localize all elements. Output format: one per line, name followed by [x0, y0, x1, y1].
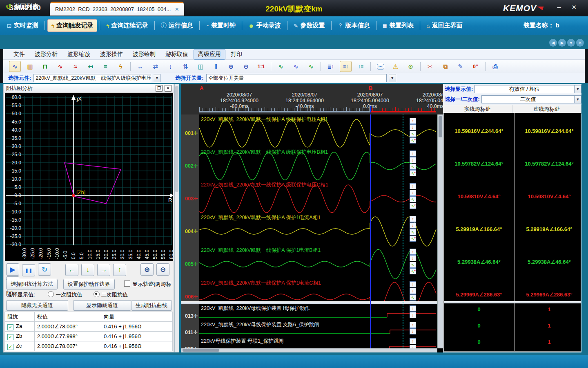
solid-cursor-line[interactable]	[370, 114, 371, 348]
scissors-icon[interactable]: ✂	[424, 61, 436, 72]
prev-wave-icon[interactable]: ∿	[410, 262, 416, 268]
minimize-button[interactable]: –	[557, 3, 561, 11]
generate-curve-button[interactable]: 生成阻抗曲线	[131, 300, 172, 311]
secondary-impedance-radio[interactable]	[94, 291, 100, 297]
warning-icon[interactable]: ⚠	[390, 61, 401, 72]
shrink-horizontal-icon[interactable]: ⇄	[149, 61, 161, 72]
left-scrollbar-thumb[interactable]	[175, 86, 178, 192]
prev-wave-icon[interactable]: ∿	[410, 294, 416, 301]
menubar-item-4[interactable]: ⓘ运行信息	[157, 20, 197, 31]
scale-down-icon[interactable]: ↓	[410, 124, 416, 130]
menu-5[interactable]: 波形绘制	[128, 49, 160, 60]
vertical-scrollbar-thumb[interactable]	[439, 116, 442, 137]
scale-down-icon[interactable]: ↓	[410, 157, 416, 163]
calc-method-button[interactable]: 选择阻抗计算方法	[6, 279, 58, 289]
menu-2[interactable]: 波形分析	[30, 49, 62, 60]
move-left-button[interactable]: ←	[65, 264, 78, 276]
shrink-vertical-icon[interactable]: ⇅	[180, 61, 192, 72]
scale-up-icon[interactable]: ↑	[410, 322, 416, 328]
record-tab[interactable]: RM2202_RCD_22303_20200807_182405_004... …	[50, 2, 184, 16]
nav-left-icon[interactable]: ◀	[549, 39, 557, 47]
move-right-button[interactable]: →	[97, 264, 110, 276]
menubar-item-9[interactable]: ≣装置列表	[379, 20, 418, 31]
next-wave-icon[interactable]: ∿▾	[410, 170, 416, 176]
prev-wave-icon[interactable]: ∿	[410, 131, 416, 137]
tab-close-icon[interactable]: ✕	[175, 7, 179, 12]
left-panel-scrollbar[interactable]	[174, 84, 179, 352]
primary-impedance-radio[interactable]	[48, 291, 54, 297]
element-select[interactable]: 220kV_凯默线_220kV凯默一线保护A 级联保护电压; 220kV_凯默.…	[33, 74, 151, 82]
one-to-one-icon[interactable]: 1:1	[255, 61, 267, 72]
play-button[interactable]: ▶	[6, 263, 19, 276]
menubar-item-6[interactable]: ☻手动录波	[245, 20, 285, 31]
comment-icon[interactable]: ⋯	[374, 61, 386, 72]
scale-up-icon[interactable]: ↑	[410, 150, 416, 157]
scale-down-icon[interactable]: ↓	[410, 255, 416, 261]
sort-amplitude-icon[interactable]: ≣↑	[325, 61, 336, 72]
histogram-icon[interactable]: ▥	[24, 61, 36, 72]
switch-select[interactable]: 全部变位开关量	[206, 74, 387, 82]
wave-display-icon[interactable]: ∿	[9, 61, 21, 72]
menubar-item-7[interactable]: ✎参数设置	[290, 20, 329, 31]
pause-button[interactable]: ❚❚	[22, 264, 35, 276]
square-wave-icon[interactable]: ⊓	[39, 61, 51, 72]
wave-options-icon[interactable]: ≡	[100, 61, 111, 72]
rp-secondary-select[interactable]: 二次值	[481, 95, 575, 103]
menu-3[interactable]: 波形缩放	[63, 49, 95, 60]
next-wave-icon[interactable]: ∿▾	[410, 137, 416, 144]
menubar-item-3[interactable]: ϟ查询连续记录	[102, 20, 151, 31]
menubar-item-8[interactable]: ？版本信息	[334, 20, 374, 31]
scale-down-icon[interactable]: ↓	[410, 190, 416, 196]
next-wave-icon[interactable]: ∿▾	[410, 203, 416, 209]
channel-checkbox[interactable]: ✓	[7, 344, 13, 350]
zoom-out-button[interactable]: ⊖	[156, 263, 169, 276]
nav-right-icon[interactable]: ▶	[558, 39, 566, 47]
menu-4[interactable]: 波形操作	[96, 49, 127, 60]
move-up-button[interactable]: ↑	[113, 264, 126, 276]
action-boundary-button[interactable]: 设置保护动作边界	[63, 279, 115, 289]
show-track-checkbox[interactable]	[124, 280, 130, 287]
horizontal-scrollbar-thumb[interactable]	[183, 349, 219, 352]
expand-vertical-icon[interactable]: ↕	[165, 61, 176, 72]
hide-channels-button[interactable]: 隐藏无关通道	[6, 300, 68, 311]
scale-up-icon[interactable]: ↑	[410, 338, 416, 344]
scale-down-icon[interactable]: ↓	[410, 345, 416, 348]
dashed-cursor-line[interactable]	[403, 114, 403, 348]
scale-down-icon[interactable]: ↓	[410, 288, 416, 294]
move-down-button[interactable]: ↓	[81, 264, 94, 276]
waveform-horizontal-scrollbar[interactable]	[181, 348, 437, 352]
switch-select-dropdown-icon[interactable]: ▼	[389, 74, 396, 82]
menubar-item-5[interactable]: ◔装置时钟	[202, 20, 239, 31]
dropdown-icon[interactable]: ▼	[567, 39, 575, 47]
scale-up-icon[interactable]: ↑	[410, 249, 416, 255]
scale-down-icon[interactable]: ↓	[410, 222, 416, 229]
menubar-item-1[interactable]: ⊡实时监测	[3, 20, 42, 31]
zoom-in-button[interactable]: ⊕	[140, 263, 154, 276]
impedance-restore-icon[interactable]: ❐	[156, 85, 163, 92]
scale-up-icon[interactable]: ↑	[410, 183, 416, 189]
scale-up-icon[interactable]: ↑	[410, 118, 416, 124]
rp-display-dropdown-icon[interactable]: ▼	[575, 85, 581, 93]
close-button[interactable]: ✕	[571, 4, 577, 11]
scale-up-icon[interactable]: ↑	[410, 305, 416, 312]
scale-down-icon[interactable]: ↓	[410, 312, 416, 318]
prev-wave-icon[interactable]: ∿	[410, 196, 416, 202]
element-select-dropdown-icon[interactable]: ▼	[154, 74, 160, 82]
sine-wave-icon[interactable]: ∿	[54, 61, 66, 72]
prev-wave-icon[interactable]: ∿	[410, 164, 416, 170]
scale-up-icon[interactable]: ↑	[410, 216, 416, 222]
print-icon[interactable]: ⎙	[489, 61, 501, 72]
next-wave-icon[interactable]: ∿▾	[410, 268, 416, 274]
scale-down-icon[interactable]: ↓	[410, 328, 416, 334]
sine-dotted-icon[interactable]: ∿	[290, 61, 302, 72]
multi-wave-icon[interactable]: ∿	[275, 61, 287, 72]
close-tab-icon[interactable]: ✕	[576, 39, 584, 47]
zoom-out-icon[interactable]: ⊖	[240, 61, 252, 72]
wave-trigger-icon[interactable]: ϟ	[115, 61, 127, 72]
menu-1[interactable]: 文件	[9, 49, 29, 60]
zoom-in-icon[interactable]: ⊕	[225, 61, 237, 72]
wave-marker-icon[interactable]: ∿	[305, 61, 317, 72]
prev-wave-icon[interactable]: ∿	[410, 229, 416, 235]
menubar-item-2[interactable]: ϟ查询触发记录	[47, 19, 97, 32]
expand-horizontal-icon[interactable]: ↔	[134, 61, 146, 72]
